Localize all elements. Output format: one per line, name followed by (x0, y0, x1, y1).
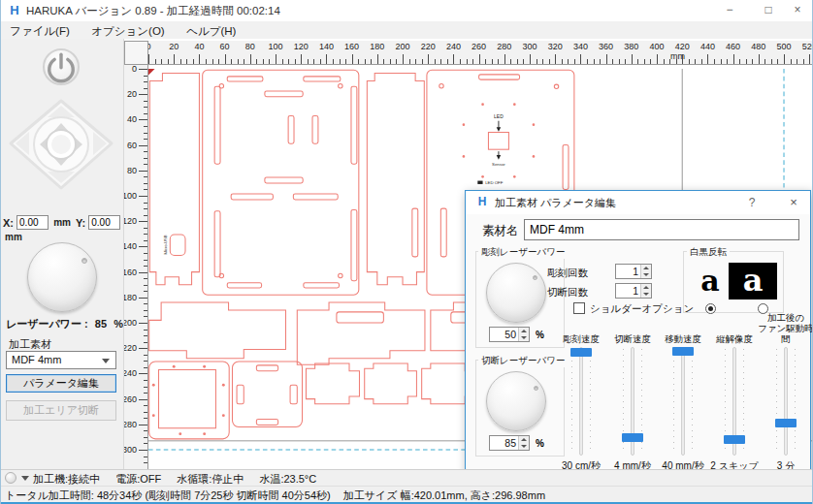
cut-count-spinner: 1 (615, 283, 652, 299)
v-ruler: 0204060801001201401601802002202402602803… (124, 65, 148, 469)
shoulder-option-checkbox[interactable] (573, 302, 585, 314)
h-ruler: mm 0204060801001201401601802002202402602… (124, 41, 813, 65)
cut-power-unit: % (536, 438, 544, 449)
cut-power-spinner: 85 (489, 435, 530, 451)
spinner-down-button[interactable] (641, 291, 651, 298)
app-logo-icon: H (8, 3, 21, 17)
status-work-size: 加工サイズ 幅:420.01mm, 高さ:296.98mm (343, 489, 545, 501)
invert-normal-preview: a (695, 265, 726, 299)
micro-usb-annotation: Micro-USB (163, 235, 168, 254)
cut-count-label: 切断回数 (547, 286, 588, 299)
status-water-temp: 水温:23.5°C (259, 473, 316, 485)
y-unit: mm (5, 232, 22, 242)
status-power: 電源:OFF (115, 473, 161, 485)
titlebar: H HARUKA バージョン 0.89 - 加工経過時間 00:02:14 − … (1, 0, 813, 21)
status-bar-job: トータル加工時間: 48分34秒 (彫刻時間 7分25秒 切断時間 40分54秒… (1, 486, 813, 502)
slider-track[interactable] (579, 347, 583, 456)
spinner-down-button[interactable] (519, 334, 529, 341)
invert-inverted-preview: a (729, 263, 777, 299)
cut-count-value[interactable]: 1 (616, 284, 640, 298)
slider-label: 加工後の ファン駆動時間 (755, 319, 813, 344)
engrave-power-spinner: 50 (489, 327, 530, 342)
spinner-down-button[interactable] (519, 443, 529, 450)
slider-handle[interactable] (622, 433, 643, 442)
led-off-icon (477, 181, 482, 184)
slider-handle[interactable] (570, 348, 592, 357)
ruler-corner (124, 41, 148, 65)
material-select[interactable]: MDF 4mm (6, 351, 116, 369)
status-water-circulation: 水循環:停止中 (177, 473, 244, 485)
engrave-power-unit: % (536, 330, 544, 340)
shoulder-option-label: ショルダーオプション (590, 302, 694, 316)
engrave-count-value[interactable]: 1 (616, 265, 640, 278)
engrave-count-spinner: 1 (615, 264, 652, 279)
xy-position: X: mm Y: mm (3, 215, 124, 242)
slider-handle[interactable] (724, 435, 745, 444)
x-label: X: (3, 217, 14, 229)
power-button[interactable] (43, 48, 80, 85)
slider-track[interactable] (784, 347, 788, 456)
dialog-titlebar: H 加工素材 パラメータ編集 ? × (466, 191, 810, 214)
material-name-input[interactable] (524, 219, 799, 240)
spinner-up-button[interactable] (641, 265, 651, 271)
spinner-up-button[interactable] (519, 436, 529, 443)
cut-area-button: 加工エリア切断 (6, 400, 116, 421)
status-machine: 加工機:接続中 (33, 473, 100, 485)
param-edit-button[interactable]: パラメータ編集 (6, 374, 116, 393)
cut-power-group-label: 切断レーザーパワー (478, 355, 568, 367)
knob-indicator-dot (533, 275, 537, 280)
invert-group-label: 白黒反転 (687, 246, 730, 259)
minimize-button[interactable]: − (715, 0, 744, 20)
laser-power-readout: レーザーパワー : 85 % (6, 317, 123, 331)
origin-marker (148, 69, 155, 76)
dialog-help-button[interactable]: ? (740, 194, 764, 211)
knob-indicator-dot (81, 258, 87, 264)
spinner-up-button[interactable] (519, 328, 529, 334)
menubar: ファイル(F) オプション(O) ヘルプ(H) (1, 21, 813, 39)
maximize-button[interactable]: □ (754, 0, 783, 20)
status-dropdown-icon[interactable] (21, 476, 29, 481)
sensor-annotation: Sensor (492, 162, 505, 167)
x-unit: mm (53, 217, 71, 228)
menu-help[interactable]: ヘルプ(H) (178, 22, 244, 40)
power-icon (45, 50, 78, 83)
status-bar-machine: 加工機:接続中 電源:OFF 水循環:停止中 水温:23.5°C (1, 469, 813, 486)
y-label: Y: (76, 217, 85, 229)
led-annotation: LED (494, 114, 504, 119)
x-input[interactable] (16, 215, 49, 230)
menu-file[interactable]: ファイル(F) (1, 22, 79, 40)
invert-normal-radio[interactable] (705, 303, 716, 314)
status-total-time: トータル加工時間: 48分34秒 (彫刻時間 7分25秒 切断時間 40分54秒… (5, 489, 331, 501)
sidebar: X: mm Y: mm レーザーパワー : 85 % 加工素材 MDF 4mm … (1, 39, 124, 469)
knob-indicator-dot (534, 386, 538, 391)
slider-handle[interactable] (672, 347, 694, 356)
menu-options[interactable]: オプション(O) (82, 22, 173, 40)
dialog-logo-icon: H (475, 195, 489, 209)
laser-power-value: 85 (95, 318, 107, 330)
slider-handle[interactable] (775, 419, 797, 427)
laser-power-unit: % (114, 318, 123, 330)
slider-track[interactable] (681, 347, 685, 456)
dialog-title: 加工素材 パラメータ編集 (495, 196, 616, 210)
window-title: HARUKA バージョン 0.89 - 加工経過時間 00:02:14 (26, 4, 280, 18)
material-name-label: 素材名 (482, 223, 519, 239)
engrave-power-group-label: 彫刻レーザーパワー (478, 246, 568, 259)
cut-power-value[interactable]: 85 (490, 436, 518, 450)
laser-power-label: レーザーパワー : (6, 318, 88, 330)
led-off-annotation: LED OFF (485, 180, 504, 185)
y-input[interactable] (88, 215, 120, 230)
status-led-icon (5, 472, 16, 484)
dialog-close-button[interactable]: × (781, 194, 806, 211)
app-window: H HARUKA バージョン 0.89 - 加工経過時間 00:02:14 − … (0, 0, 813, 504)
spinner-up-button[interactable] (641, 284, 651, 291)
close-button[interactable]: × (783, 0, 812, 20)
cut-power-knob[interactable] (486, 371, 546, 431)
laser-power-knob[interactable] (27, 242, 97, 312)
jog-joystick[interactable] (7, 99, 115, 192)
engrave-power-value[interactable]: 50 (490, 328, 518, 341)
material-select-value: MDF 4mm (12, 354, 61, 365)
engrave-count-label: 彫刻回数 (547, 267, 588, 280)
chevron-down-icon (102, 359, 110, 363)
engrave-power-knob[interactable] (486, 263, 546, 323)
spinner-down-button[interactable] (641, 271, 651, 278)
